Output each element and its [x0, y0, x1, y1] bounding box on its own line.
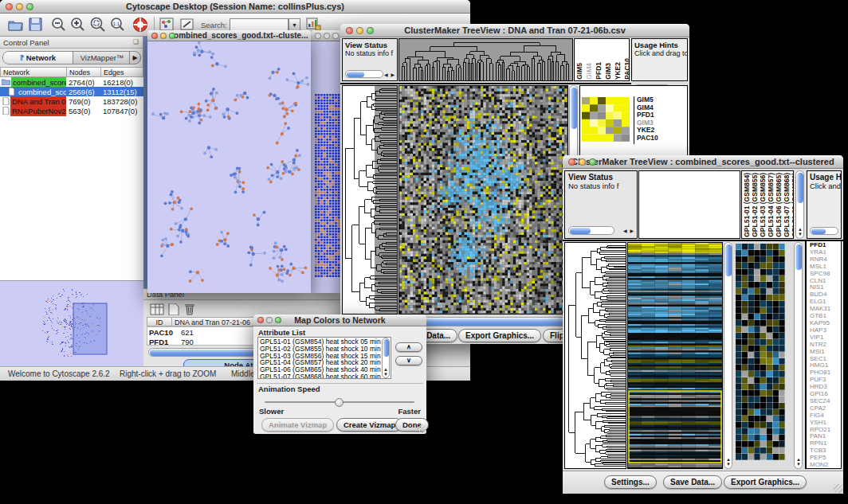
tv1-column-gene-labels: GIM5GIM4PFD1GIM3YKE2PAC10 [574, 38, 630, 81]
move-up-button[interactable]: ∧ [395, 342, 422, 352]
treeview1-titlebar[interactable]: ClusterMaker TreeView : DNA and Tran 07-… [340, 24, 689, 37]
control-panel: Control Panel ❏ ⁋ Network VizMapper™ ▶ N… [0, 37, 143, 366]
tv2-gene-item[interactable]: MON2 [810, 462, 841, 469]
tv2-column-label[interactable]: GPL51-02 (GSM855) [752, 173, 759, 237]
tv2-row-dendrogram[interactable] [564, 242, 626, 469]
treeview2-titlebar[interactable]: ClusterMaker TreeView : combined_scores_… [563, 155, 843, 169]
save-icon[interactable] [29, 18, 42, 31]
tv2-usage-scrollbar[interactable] [810, 227, 838, 235]
zoom-fit-icon[interactable]: 1:1 [110, 17, 126, 33]
tv1-column-gene-label[interactable]: GIM5 [576, 63, 583, 80]
tv2-gene-list: PFD1YRA1RNR4MSL1SPC98CLN1NIS1BUD4ELG1MAK… [805, 240, 842, 469]
tv1-status-scrollbar[interactable] [345, 70, 383, 78]
tv2-status-scrollbar[interactable] [568, 226, 614, 235]
treeview2-title: ClusterMaker TreeView : combined_scores_… [571, 157, 834, 166]
network-row[interactable]: combined_scores 2764(0) 16218(0) [0, 77, 143, 87]
tv2-column-label[interactable]: GPL51-03 (GSM856) [760, 173, 767, 237]
attribute-list-item[interactable]: GPL51-07 (GSM868) heat shock 60 min [260, 373, 389, 379]
zoom-out-icon[interactable] [51, 17, 67, 33]
search-dropdown-button[interactable]: ▼ [289, 18, 300, 31]
status-welcome: Welcome to Cytoscape 2.6.2 [8, 369, 110, 378]
main-titlebar[interactable]: Cytoscape Desktop (Session Name: collins… [0, 0, 470, 14]
attribute-list-vscrollbar[interactable]: ▲▼ [382, 338, 390, 378]
search-input[interactable] [230, 18, 289, 31]
tab-vizmapper-label: VizMapper™ [80, 53, 124, 62]
tv2-column-label[interactable]: GPL51-06 (GSM865) [775, 173, 783, 237]
network-canvas-dense[interactable] [311, 41, 343, 293]
tv2-export-graphics-button[interactable]: Export Graphics... [724, 475, 807, 489]
open-folder-icon[interactable] [8, 18, 23, 31]
tv2-column-dendrogram[interactable] [638, 170, 740, 239]
network-row[interactable]: RNAPuberNov2+| 563(0) 107847(0) [0, 106, 143, 115]
dialog-title: Map Colors to Network [294, 315, 385, 325]
zoom-window-icon [275, 317, 281, 323]
tv2-column-label[interactable]: GPL51-04 (GSM857) [768, 173, 775, 237]
network-overview-icon[interactable] [159, 18, 174, 31]
tv1-view-status-line: No status info f [343, 49, 397, 57]
tv1-column-gene-label[interactable]: YKE2 [614, 62, 622, 80]
attribute-select-icon[interactable] [150, 303, 164, 315]
data-row-id[interactable]: PFD1 [147, 337, 176, 347]
col-network[interactable]: Network [0, 67, 67, 77]
window-controls[interactable] [6, 3, 33, 10]
delete-attribute-icon[interactable] [184, 303, 195, 315]
animation-speed-slider[interactable] [265, 398, 414, 406]
tv2-heatmap[interactable] [627, 242, 723, 469]
data-row-value[interactable]: 790 [179, 337, 227, 347]
tv2-column-label[interactable]: GPL51-08 (GSM872) [791, 173, 794, 237]
zoom-selected-icon[interactable] [89, 17, 107, 33]
resize-grip[interactable] [417, 424, 426, 433]
animate-vizmap-button[interactable]: Animate Vizmap [261, 418, 334, 432]
network-canvas[interactable] [147, 41, 311, 293]
tv1-column-gene-label[interactable]: PFD1 [595, 62, 603, 80]
scroll-arrows[interactable]: ◀ ▶ [623, 228, 634, 233]
float-panel-icon[interactable]: ❏ [133, 38, 139, 45]
slider-thumb[interactable] [335, 398, 344, 407]
zoom-in-icon[interactable] [70, 17, 86, 33]
tv2-genes-vscrollbar[interactable]: ▲▼ [794, 242, 803, 469]
tv1-column-gene-label[interactable]: GIM4 [586, 63, 593, 80]
dialog-titlebar[interactable]: Map Colors to Network [253, 315, 426, 326]
tv2-zoom-heatmap[interactable] [736, 244, 785, 460]
network-row[interactable]: DNA and Tran 07 769(0) 183728(0) [0, 96, 143, 106]
tv2-usage-hints-panel: Usage Hi Click and [807, 170, 842, 239]
tv1-column-dendrogram[interactable] [398, 38, 573, 81]
tv1-view-status-title: View Status [343, 39, 397, 49]
tv2-column-label[interactable]: GPL51-01 (GSM854) [744, 173, 751, 237]
tabs-overflow-button[interactable]: ▶ [129, 52, 140, 64]
resize-grip[interactable] [834, 484, 842, 493]
create-vizmap-button[interactable]: Create Vizmap [336, 418, 402, 432]
tv2-column-labels: GPL51-01 (GSM854)GPL51-02 (GSM855)GPL51-… [741, 170, 794, 239]
tv2-settings-button[interactable]: Settings... [604, 475, 657, 489]
tv2-collabels-vscrollbar[interactable]: ▲▼ [795, 170, 804, 239]
tv1-matrix-gene[interactable]: PAC10 [637, 135, 686, 143]
tv1-column-gene-label[interactable]: GIM3 [605, 63, 612, 80]
net1-titlebar[interactable]: combined_scores_good.txt--cluste... [147, 30, 311, 41]
tv1-row-dendrogram[interactable] [342, 85, 398, 315]
data-col-id[interactable]: ID [147, 317, 172, 326]
col-edges[interactable]: Edges [100, 67, 143, 77]
net2-titlebar[interactable] [311, 30, 343, 41]
tv2-heatmap-vscrollbar[interactable]: ▲▼ [724, 242, 732, 469]
col-nodes[interactable]: Nodes [66, 67, 101, 77]
help-lifebuoy-icon[interactable] [132, 17, 148, 33]
attribute-browser-icon[interactable] [306, 18, 321, 31]
tv2-save-data-button[interactable]: Save Data... [663, 475, 722, 489]
network-overview-panel[interactable] [0, 280, 143, 366]
tv1-heatmap[interactable] [398, 85, 568, 315]
annotation-icon[interactable] [180, 18, 194, 31]
control-panel-title: Control Panel [3, 38, 49, 47]
tv1-correlation-matrix[interactable] [582, 97, 630, 142]
move-down-button[interactable]: ∨ [395, 356, 422, 365]
zoom-window-icon [332, 33, 339, 39]
network-row[interactable]: combined_sco 2569(6) 13112(15) [0, 87, 143, 96]
tv1-export-graphics-button[interactable]: Export Graphics... [458, 329, 541, 342]
new-attribute-icon[interactable] [168, 303, 179, 315]
scroll-arrows[interactable]: ◀ ▶ [384, 72, 395, 77]
zoom-window-icon [169, 33, 175, 39]
tab-vizmapper[interactable]: VizMapper™ [73, 52, 131, 64]
zoom-window-icon [589, 158, 596, 166]
tv2-column-label[interactable]: GPL51-07 (GSM868) [783, 173, 791, 237]
tv1-column-gene-label[interactable]: PAC10 [624, 58, 630, 80]
tab-network[interactable]: ⁋ Network [3, 52, 73, 64]
